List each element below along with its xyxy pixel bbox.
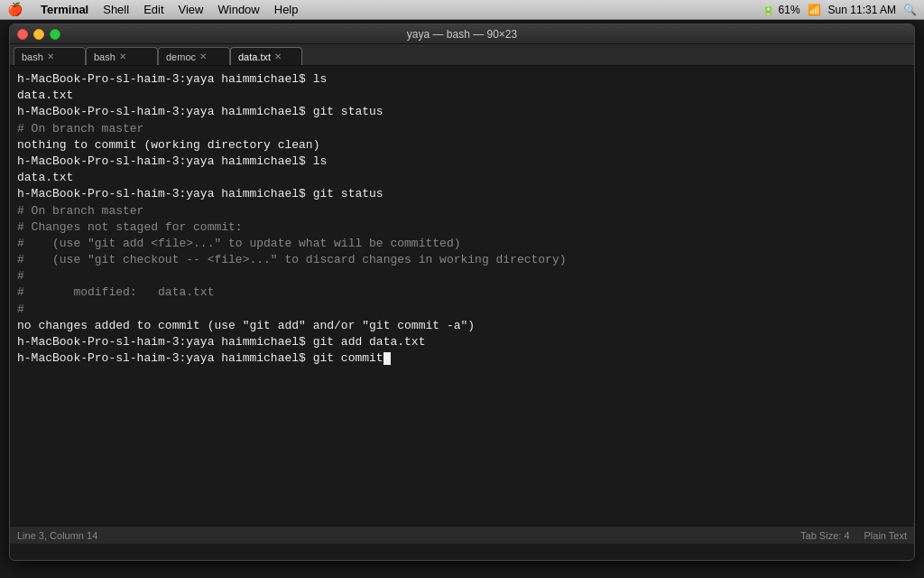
terminal-line: data.txt xyxy=(17,170,907,186)
tab-close-icon[interactable]: ✕ xyxy=(119,51,126,61)
terminal-body[interactable]: h-MacBook-Pro-sl-haim-3:yaya haimmichael… xyxy=(10,66,914,544)
terminal-line: h-MacBook-Pro-sl-haim-3:yaya haimmichael… xyxy=(17,71,907,88)
terminal-line: h-MacBook-Pro-sl-haim-3:yaya haimmichael… xyxy=(17,154,907,170)
tab-bash-1[interactable]: bash ✕ xyxy=(14,47,86,65)
terminal-line: # xyxy=(17,302,907,318)
tab-label: bash xyxy=(22,51,43,62)
menubar-search[interactable]: 🔍 xyxy=(903,4,917,16)
menubar-edit[interactable]: Edit xyxy=(143,3,163,16)
menubar-time: Sun 11:31 AM xyxy=(828,4,896,16)
menubar: 🍎 Terminal Shell Edit View Window Help 🔋… xyxy=(0,0,924,20)
menubar-view[interactable]: View xyxy=(179,3,204,16)
tab-bash-2[interactable]: bash ✕ xyxy=(86,47,158,65)
terminal-line: # xyxy=(17,268,907,284)
apple-menu[interactable]: 🍎 xyxy=(7,2,23,17)
tab-democ[interactable]: democ ✕ xyxy=(158,47,230,65)
menubar-window[interactable]: Window xyxy=(218,3,260,16)
terminal-line: # Changes not staged for commit: xyxy=(17,219,907,236)
tab-close-icon[interactable]: ✕ xyxy=(199,51,207,61)
terminal-line: # (use "git checkout -- <file>..." to di… xyxy=(17,252,907,268)
window-title: yaya — bash — 90×23 xyxy=(407,28,517,41)
terminal-line: no changes added to commit (use "git add… xyxy=(17,318,907,334)
tabbar: bash ✕ bash ✕ democ ✕ data.txt ✕ xyxy=(10,44,914,66)
terminal-window: yaya — bash — 90×23 bash ✕ bash ✕ democ … xyxy=(9,23,915,561)
tab-close-icon[interactable]: ✕ xyxy=(274,51,282,61)
terminal-line: h-MacBook-Pro-sl-haim-3:yaya haimmichael… xyxy=(17,104,907,120)
maximize-button[interactable] xyxy=(50,29,60,40)
terminal-line-cursor: h-MacBook-Pro-sl-haim-3:yaya haimmichael… xyxy=(17,350,907,367)
menubar-terminal[interactable]: Terminal xyxy=(41,3,88,16)
terminal-line: h-MacBook-Pro-sl-haim-3:yaya haimmichael… xyxy=(17,186,907,202)
terminal-cursor xyxy=(383,352,391,365)
statusbar-tabsize: Tab Size: 4 xyxy=(800,530,849,541)
terminal-line: # (use "git add <file>..." to update wha… xyxy=(17,236,907,252)
menubar-wifi: 📶 xyxy=(808,4,821,16)
tab-close-icon[interactable]: ✕ xyxy=(47,51,54,61)
tab-datatxt[interactable]: data.txt ✕ xyxy=(230,47,302,65)
terminal-line: # modified: data.txt xyxy=(17,284,907,301)
tab-label: data.txt xyxy=(238,51,271,62)
titlebar: yaya — bash — 90×23 xyxy=(10,24,914,44)
tab-label: bash xyxy=(94,51,116,62)
terminal-line: # On branch master xyxy=(17,203,907,219)
statusbar-filetype: Plain Text xyxy=(864,530,908,541)
menubar-help[interactable]: Help xyxy=(274,3,299,16)
traffic-lights xyxy=(17,29,60,40)
statusbar-right: Tab Size: 4 Plain Text xyxy=(800,530,907,541)
close-button[interactable] xyxy=(17,29,28,40)
terminal-line: h-MacBook-Pro-sl-haim-3:yaya haimmichael… xyxy=(17,334,907,350)
minimize-button[interactable] xyxy=(33,29,44,40)
menubar-right: 🔋 61% 📶 Sun 11:31 AM 🔍 xyxy=(762,0,917,20)
statusbar: Line 3, Column 14 Tab Size: 4 Plain Text xyxy=(10,526,914,544)
tab-label: democ xyxy=(166,51,196,62)
terminal-line: nothing to commit (working directory cle… xyxy=(17,137,907,154)
terminal-line: data.txt xyxy=(17,88,907,104)
statusbar-position: Line 3, Column 14 xyxy=(17,530,97,541)
menubar-shell[interactable]: Shell xyxy=(103,3,129,16)
terminal-line: # On branch master xyxy=(17,121,907,137)
menubar-battery: 🔋 61% xyxy=(762,4,799,16)
